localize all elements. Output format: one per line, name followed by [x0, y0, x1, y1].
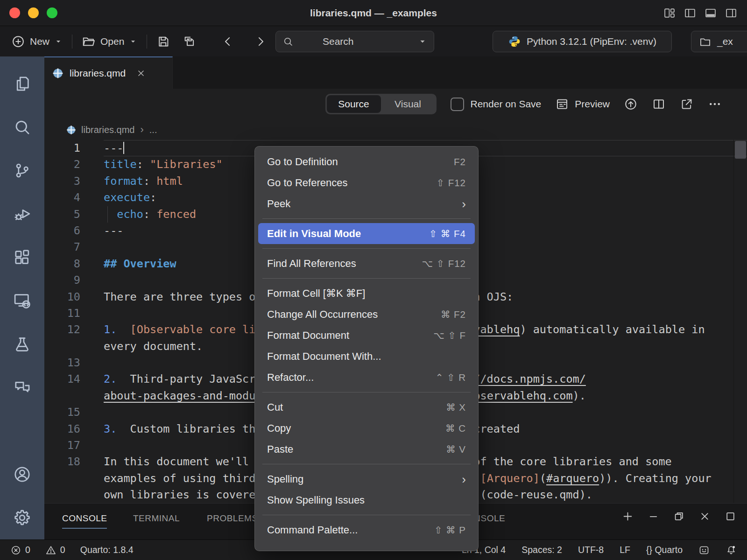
context-menu-item[interactable]: Find All References⌥ ⇧ F12: [255, 253, 478, 274]
breadcrumb-file[interactable]: libraries.qmd: [81, 125, 134, 135]
preview-button[interactable]: Preview: [555, 97, 610, 111]
interpreter-selector-button[interactable]: Python 3.12.1 (PipEnv: .venv): [493, 31, 672, 52]
menu-item-label: Go to References: [267, 177, 347, 189]
search-input[interactable]: Search: [275, 31, 434, 52]
open-external-icon[interactable]: [680, 97, 694, 111]
minimize-window-button[interactable]: [28, 7, 39, 18]
editor-action-bar: Source Visual Render on Save Preview: [44, 89, 747, 119]
status-label: UTF-8: [578, 545, 604, 555]
menu-item-shortcut: ⌃ ⇧ R: [435, 372, 466, 383]
context-menu-item[interactable]: Peek›: [255, 193, 478, 214]
render-circle-up-icon[interactable]: [624, 97, 638, 111]
save-all-button[interactable]: [180, 32, 199, 51]
render-on-save-checkbox[interactable]: [451, 98, 464, 111]
restore-panel-icon[interactable]: [673, 510, 685, 523]
close-tab-icon[interactable]: [136, 68, 146, 78]
split-editor-icon[interactable]: [652, 97, 666, 111]
testing-icon[interactable]: [13, 335, 32, 354]
remote-icon[interactable]: [13, 291, 32, 310]
status-label: 0: [60, 545, 65, 555]
plus-icon[interactable]: [621, 510, 634, 523]
source-control-icon[interactable]: [13, 161, 32, 180]
navigate-forward-button[interactable]: [251, 32, 270, 51]
layout-grid-icon[interactable]: [663, 7, 676, 20]
status-item-quarto-1-8-4[interactable]: Quarto: 1.8.4: [80, 545, 134, 555]
code-token: :: [137, 158, 150, 171]
status-item[interactable]: [698, 545, 710, 556]
line-number: 11: [44, 305, 80, 322]
navigate-back-button[interactable]: [218, 32, 238, 51]
run-debug-icon[interactable]: [13, 204, 32, 224]
line-number: 7: [44, 239, 80, 255]
context-menu-item[interactable]: Cut⌘ X: [255, 397, 478, 418]
code-token: 2.: [104, 372, 117, 385]
folder-open-icon: [82, 35, 96, 49]
search-placeholder: Search: [323, 36, 413, 47]
save-all-icon: [183, 35, 197, 49]
panel-tab-problems[interactable]: PROBLEMS: [207, 513, 258, 528]
menu-item-shortcut: ⇧ ⌘ P: [434, 525, 466, 536]
menu-item-shortcut: ⌥ ⇧ F: [433, 330, 466, 341]
line-number: 17: [44, 437, 80, 454]
toggle-visual[interactable]: Visual: [381, 95, 435, 113]
menu-item-label: Edit in Visual Mode: [267, 228, 361, 240]
status-item-spaces-2[interactable]: Spaces: 2: [521, 545, 562, 555]
panel-tab-terminal[interactable]: TERMINAL: [133, 513, 180, 528]
open-button[interactable]: Open: [79, 32, 140, 51]
context-menu-item[interactable]: Go to DefinitionF2: [255, 151, 478, 172]
context-menu-item[interactable]: Show Spelling Issues: [255, 490, 478, 511]
save-button[interactable]: [154, 32, 173, 51]
context-menu-item[interactable]: Paste⌘ V: [255, 439, 478, 460]
close-window-button[interactable]: [9, 7, 20, 18]
search-icon[interactable]: [13, 118, 32, 137]
context-menu-item[interactable]: Command Palette...⇧ ⌘ P: [255, 519, 478, 540]
context-menu-item[interactable]: Format Document⌥ ⇧ F: [255, 325, 478, 346]
maximize-square-icon[interactable]: [724, 510, 737, 523]
context-menu-item[interactable]: Spelling›: [255, 469, 478, 490]
code-token: :: [143, 208, 156, 221]
new-button[interactable]: New: [8, 32, 65, 51]
layout-sidebar-icon[interactable]: [684, 7, 697, 20]
project-button[interactable]: _ex: [691, 31, 747, 52]
minimize-dash-icon[interactable]: [647, 510, 660, 523]
code-token: [Arquero]: [480, 472, 539, 485]
status-label: Quarto: 1.8.4: [80, 545, 134, 555]
more-actions-icon[interactable]: [708, 97, 722, 111]
breadcrumb-more[interactable]: ...: [149, 125, 157, 135]
toggle-source[interactable]: Source: [327, 95, 381, 113]
extensions-icon[interactable]: [13, 248, 32, 267]
top-action-bar: New Open Search Python 3.12.1 (PipEnv: .…: [0, 26, 747, 57]
context-menu-item[interactable]: Copy⌘ C: [255, 418, 478, 439]
context-menu-item[interactable]: Format Document With...: [255, 346, 478, 367]
close-icon[interactable]: [698, 510, 711, 523]
menu-item-shortcut: ⌘ X: [446, 402, 466, 413]
context-menu-item[interactable]: Edit in Visual Mode⇧ ⌘ F4: [258, 223, 475, 244]
submenu-chevron-icon: ›: [462, 198, 466, 210]
menu-separator: [262, 392, 471, 392]
status-item-utf-8[interactable]: UTF-8: [578, 545, 604, 555]
status-item--quarto[interactable]: {} Quarto: [646, 545, 683, 555]
status-item-lf[interactable]: LF: [620, 545, 630, 555]
files-icon[interactable]: [13, 74, 32, 93]
context-menu-item[interactable]: Refactor...⌃ ⇧ R: [255, 367, 478, 388]
menu-item-label: Spelling: [267, 473, 303, 485]
settings-gear-icon[interactable]: [13, 508, 32, 527]
context-menu-item[interactable]: Change All Occurrences⌘ F2: [255, 304, 478, 325]
layout-sidebar-right-icon[interactable]: [725, 7, 738, 20]
tab-libraries-qmd[interactable]: libraries.qmd: [44, 56, 173, 89]
zoom-window-button[interactable]: [47, 7, 57, 18]
account-icon[interactable]: [13, 465, 32, 484]
scrollbar-thumb[interactable]: [735, 141, 746, 159]
comments-icon[interactable]: [13, 378, 32, 397]
panel-tab-console[interactable]: CONSOLE: [62, 513, 107, 529]
editor-scrollbar[interactable]: [733, 140, 747, 503]
breadcrumb[interactable]: libraries.qmd › ...: [44, 119, 747, 140]
layout-panel-icon[interactable]: [704, 7, 717, 20]
status-item[interactable]: [726, 545, 737, 556]
context-menu-item[interactable]: Go to References⇧ F12: [255, 172, 478, 193]
menu-item-label: Go to Definition: [267, 156, 338, 168]
chevron-down-icon: [54, 37, 63, 46]
context-menu-item[interactable]: Format Cell [⌘K ⌘F]: [255, 283, 478, 304]
status-item-0[interactable]: 0: [45, 545, 65, 556]
status-item-0[interactable]: 0: [10, 545, 30, 556]
